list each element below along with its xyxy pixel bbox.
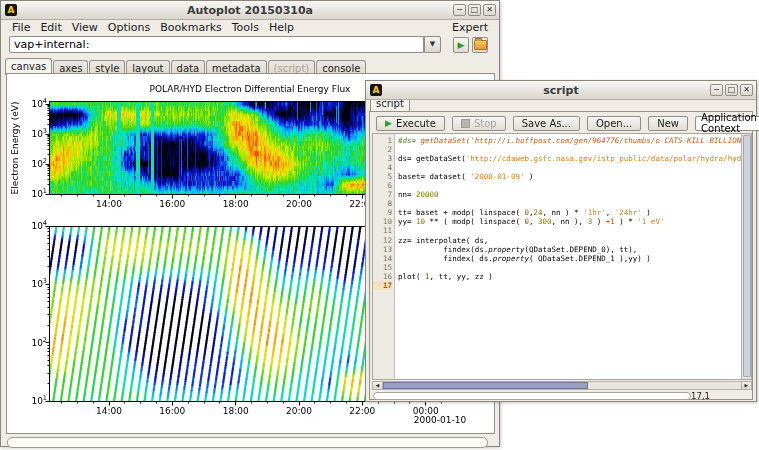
x-axis-date-label: 2000-01-10	[414, 415, 466, 425]
x-tick-label: 18:00	[223, 406, 249, 416]
x-tick-label: 20:00	[286, 199, 312, 209]
menu-item-options[interactable]: Options	[103, 21, 155, 34]
line-number: 11	[373, 226, 392, 235]
code-line: #ds= getDataSet('http://i.huffpost.com/g…	[398, 136, 741, 145]
folder-icon	[474, 40, 487, 50]
cursor-position: 17,1	[691, 391, 710, 401]
y-tick-label: 104	[31, 97, 47, 109]
code-line: findex( ds.property( QDataSet.DEPEND_1 )…	[398, 254, 741, 263]
y-tick-label: 101	[31, 187, 47, 199]
y-tick-label: 102	[31, 157, 47, 169]
menu-item-view[interactable]: View	[67, 21, 103, 34]
menubar: FileEditViewOptionsBookmarksToolsHelp Ex…	[1, 20, 499, 34]
new-button[interactable]: New	[648, 116, 688, 131]
uri-dropdown-button[interactable]: ▼	[424, 36, 441, 53]
code-line	[398, 199, 741, 208]
script-panel: ▶ Execute Stop Save As... Open... New Ap…	[369, 111, 753, 400]
play-icon: ▶	[458, 41, 465, 50]
y-tick-label: 104	[31, 219, 47, 231]
code-line	[398, 181, 741, 190]
script-window: script A − □ ✕ script ▶ Execute Stop Sav…	[365, 80, 757, 402]
save-as-button[interactable]: Save As...	[513, 116, 580, 131]
close-button[interactable]: ✕	[483, 4, 496, 16]
line-number: 10	[373, 217, 392, 226]
line-number: 7	[373, 190, 392, 199]
scroll-left-arrow-icon[interactable]: ◀	[373, 382, 383, 389]
y-tick-label: 103	[31, 278, 47, 290]
line-number: 14	[373, 254, 392, 263]
line-number: 12	[373, 236, 392, 245]
close-button[interactable]: ✕	[740, 84, 753, 96]
code-line: nn= 20000	[398, 190, 741, 199]
execute-button[interactable]: ▶ Execute	[376, 116, 445, 131]
code-line: tt= baset + modp( linspace( 0,24, nn ) *…	[398, 208, 741, 217]
line-number-gutter: 1234567891011121314151617	[373, 134, 395, 379]
minimize-button[interactable]: −	[710, 84, 723, 96]
autoplot-logo-icon: A	[5, 4, 17, 16]
code-line: baset= dataset( '2000-01-09' )	[398, 172, 741, 181]
script-toolbar: ▶ Execute Stop Save As... Open... New Ap…	[372, 114, 750, 132]
line-number: 16	[373, 272, 392, 281]
y-axis-label: Electron Energy (eV)	[10, 101, 20, 194]
line-number: 2	[373, 145, 392, 154]
script-titlebar[interactable]: script A − □ ✕	[366, 81, 756, 100]
menu-item-help[interactable]: Help	[264, 21, 299, 34]
x-tick-label: 14:00	[96, 406, 122, 416]
line-number: 15	[373, 263, 392, 272]
open-file-button[interactable]	[472, 37, 488, 53]
y-tick-label: 103	[31, 127, 47, 139]
code-line	[398, 163, 741, 172]
address-toolbar: ▼ ▶	[1, 34, 499, 56]
x-tick-label: 22:00	[349, 406, 375, 416]
code-line: yy= 10 ** ( modp( linspace( 0, 300, nn )…	[398, 217, 741, 226]
line-number: 8	[373, 199, 392, 208]
code-line: plot( 1, tt, yy, zz )	[398, 272, 741, 281]
line-number: 17	[373, 281, 392, 290]
code-line: findex(ds.property(QDataSet.DEPEND_0), t…	[398, 245, 741, 254]
line-number: 6	[373, 181, 392, 190]
y-tick-label: 102	[31, 336, 47, 348]
code-editor[interactable]: 1234567891011121314151617 #ds= getDataSe…	[372, 133, 752, 380]
script-statusbar: 17,1	[372, 392, 752, 401]
script-window-title: script	[366, 84, 756, 97]
menu-item-edit[interactable]: Edit	[35, 21, 66, 34]
scroll-right-arrow-icon[interactable]: ▶	[741, 382, 751, 389]
scrollbar-thumb[interactable]	[383, 382, 588, 389]
code-line	[398, 145, 741, 154]
menu-item-tools[interactable]: Tools	[227, 21, 264, 34]
play-icon: ▶	[385, 119, 392, 128]
minimize-button[interactable]: −	[453, 4, 466, 16]
x-tick-label: 16:00	[159, 199, 185, 209]
code-line: ds= getDataSet('http://cdaweb.gsfc.nasa.…	[398, 154, 741, 163]
script-status-field	[373, 392, 691, 400]
open-button[interactable]: Open...	[587, 116, 641, 131]
vertical-scrollbar[interactable]	[741, 134, 751, 379]
code-area[interactable]: #ds= getDataSet('http://i.huffpost.com/g…	[395, 134, 741, 379]
expert-menu[interactable]: Expert	[447, 21, 493, 34]
line-number: 4	[373, 163, 392, 172]
stop-button[interactable]: Stop	[452, 116, 506, 131]
plot-title: POLAR/HYD Electron Differential Energy F…	[150, 84, 351, 94]
maximize-button[interactable]: □	[725, 84, 738, 96]
line-number: 13	[373, 245, 392, 254]
line-number: 3	[373, 154, 392, 163]
main-window-title: Autoplot 20150310a	[1, 4, 499, 17]
menu-item-file[interactable]: File	[7, 21, 35, 34]
x-tick-label: 20:00	[286, 406, 312, 416]
uri-input[interactable]	[9, 36, 424, 53]
code-line	[398, 281, 741, 290]
go-button[interactable]: ▶	[453, 37, 469, 53]
horizontal-scrollbar[interactable]: ◀ ▶	[372, 381, 752, 390]
menu-item-bookmarks[interactable]: Bookmarks	[155, 21, 226, 34]
autoplot-logo-icon: A	[370, 84, 382, 96]
maximize-button[interactable]: □	[468, 4, 481, 16]
code-line	[398, 226, 741, 235]
stop-icon	[461, 119, 470, 128]
context-combobox[interactable]: Application Context ▼	[695, 116, 759, 131]
main-titlebar[interactable]: Autoplot 20150310a A − □ ✕	[1, 1, 499, 20]
main-status-bar	[7, 437, 488, 448]
x-tick-label: 16:00	[159, 406, 185, 416]
x-tick-label: 18:00	[223, 199, 249, 209]
code-line: zz= interpolate( ds,	[398, 236, 741, 245]
x-tick-label: 14:00	[96, 199, 122, 209]
